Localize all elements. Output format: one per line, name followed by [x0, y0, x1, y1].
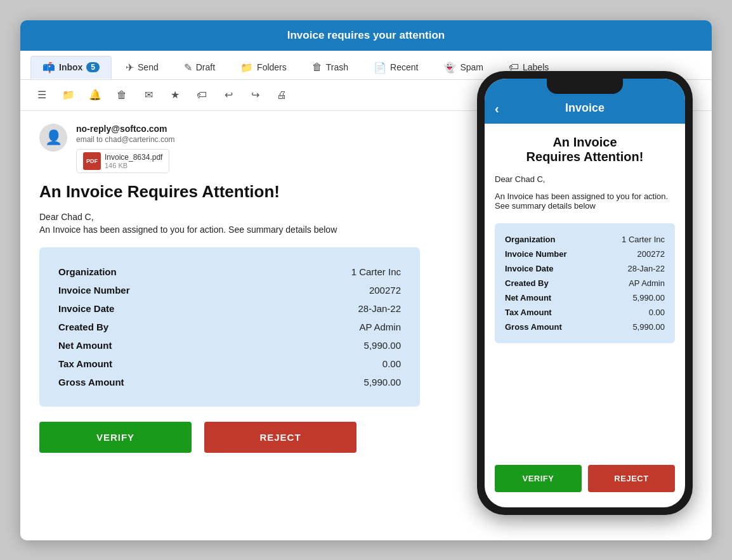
reply-button[interactable]: ↩	[219, 86, 237, 104]
phone-reject-button[interactable]: REJECT	[588, 465, 675, 492]
reject-button[interactable]: REJECT	[204, 422, 356, 453]
attachment[interactable]: PDF Invoice_8634.pdf 146 KB	[76, 149, 169, 173]
phone-invoice-label: Invoice Number	[505, 249, 567, 259]
invoice-value: 5,990.00	[364, 377, 401, 387]
tab-draft-label: Draft	[196, 62, 215, 72]
phone-invoice-row: Invoice Date28-Jan-22	[505, 261, 665, 276]
invoice-value: 0.00	[382, 358, 401, 369]
tab-trash-label: Trash	[326, 62, 348, 72]
phone-invoice-value: 200272	[637, 249, 665, 259]
phone-intro: An Invoice has been assigned to you for …	[495, 192, 675, 211]
invoice-value: AP Admin	[359, 322, 401, 332]
invoice-label: Invoice Date	[58, 303, 114, 314]
invoice-value: 1 Carter Inc	[351, 266, 401, 277]
phone-screen: ‹ Invoice An Invoice Requires Attention!…	[485, 79, 685, 507]
send-icon: ✈	[126, 62, 134, 74]
email-button[interactable]: ✉	[140, 86, 157, 104]
email-window: Invoice requires your attention 📫 Inbox …	[20, 20, 712, 540]
title-bar: Invoice requires your attention	[20, 20, 712, 51]
inbox-icon: 📫	[42, 62, 55, 74]
print-button[interactable]: 🖨	[273, 86, 291, 104]
open-button[interactable]: 📁	[60, 86, 77, 104]
phone-invoice-value: 5,990.00	[632, 322, 665, 332]
phone-invoice-row: Net Amount5,990.00	[505, 290, 665, 305]
invoice-row: Gross Amount5,990.00	[58, 373, 401, 391]
phone-invoice-label: Gross Amount	[505, 322, 562, 332]
tab-recent-label: Recent	[390, 62, 418, 72]
attachment-size: 146 KB	[105, 162, 162, 169]
phone-invoice-label: Net Amount	[505, 293, 551, 303]
invoice-label: Organization	[58, 266, 117, 277]
phone-invoice-row: Invoice Number200272	[505, 247, 665, 261]
invoice-row: Created ByAP Admin	[58, 318, 401, 336]
tab-inbox-label: Inbox	[59, 62, 82, 72]
invoice-row: Invoice Number200272	[58, 281, 401, 299]
phone-invoice-row: Organization1 Carter Inc	[505, 232, 665, 247]
tab-send[interactable]: ✈ Send	[114, 56, 170, 79]
phone-buttons: VERIFY REJECT	[485, 456, 685, 507]
sender-email: no-reply@softco.com	[76, 124, 175, 134]
recent-icon: 📄	[374, 62, 386, 74]
tab-spam[interactable]: 👻 Spam	[432, 56, 495, 79]
draft-icon: ✎	[184, 62, 192, 74]
phone-invoice-value: 1 Carter Inc	[622, 235, 665, 244]
trash-icon: 🗑	[312, 62, 322, 73]
sender-to: email to chad@carterinc.com	[76, 135, 175, 144]
tab-folders[interactable]: 📁 Folders	[229, 56, 298, 79]
forward-button[interactable]: ↪	[246, 86, 264, 104]
attachment-name: Invoice_8634.pdf	[105, 153, 162, 162]
phone-invoice-value: 28-Jan-22	[627, 264, 665, 273]
tab-trash[interactable]: 🗑 Trash	[301, 56, 360, 78]
invoice-value: 200272	[369, 285, 401, 296]
tag-button[interactable]: 🏷	[193, 86, 211, 104]
invoice-row: Tax Amount0.00	[58, 355, 401, 373]
invoice-label: Gross Amount	[58, 377, 124, 387]
phone-invoice-row: Created ByAP Admin	[505, 276, 665, 290]
phone-invoice-row: Gross Amount5,990.00	[505, 320, 665, 334]
phone-invoice-label: Created By	[505, 278, 549, 288]
menu-button[interactable]: ☰	[33, 86, 51, 104]
invoice-value: 28-Jan-22	[358, 303, 401, 314]
phone-verify-button[interactable]: VERIFY	[495, 465, 582, 492]
phone-notch	[547, 79, 623, 94]
verify-button[interactable]: VERIFY	[39, 422, 192, 453]
spam-icon: 👻	[443, 62, 456, 74]
phone-invoice-label: Invoice Date	[505, 264, 554, 273]
phone-invoice-label: Organization	[505, 235, 555, 244]
notification-button[interactable]: 🔔	[86, 86, 104, 104]
avatar: 👤	[39, 124, 67, 152]
window-title: Invoice requires your attention	[287, 29, 445, 41]
tab-send-label: Send	[138, 62, 159, 72]
tab-folders-label: Folders	[257, 62, 287, 72]
phone-invoice-value: 0.00	[649, 308, 665, 317]
phone-invoice-row: Tax Amount0.00	[505, 305, 665, 320]
phone-invoice-value: 5,990.00	[632, 293, 665, 303]
pdf-icon: PDF	[83, 152, 101, 170]
invoice-table: Organization1 Carter IncInvoice Number20…	[39, 247, 420, 407]
tab-recent[interactable]: 📄 Recent	[362, 56, 429, 79]
invoice-label: Created By	[58, 322, 108, 332]
sender-info: no-reply@softco.com email to chad@carter…	[76, 124, 175, 173]
phone-invoice-table: Organization1 Carter IncInvoice Number20…	[495, 223, 675, 343]
inbox-badge: 5	[86, 62, 100, 72]
delete-button[interactable]: 🗑	[113, 86, 131, 104]
invoice-value: 5,990.00	[364, 340, 401, 351]
phone-mockup: ‹ Invoice An Invoice Requires Attention!…	[477, 71, 693, 515]
invoice-row: Organization1 Carter Inc	[58, 263, 401, 281]
star-button[interactable]: ★	[166, 86, 184, 104]
invoice-label: Net Amount	[58, 340, 112, 351]
attachment-info: Invoice_8634.pdf 146 KB	[105, 153, 162, 169]
phone-back-button[interactable]: ‹	[495, 101, 499, 116]
phone-greeting: Dear Chad C,	[495, 174, 675, 184]
tab-spam-label: Spam	[460, 62, 483, 72]
phone-invoice-value: AP Admin	[629, 278, 665, 288]
tab-draft[interactable]: ✎ Draft	[173, 56, 226, 79]
folders-icon: 📁	[240, 62, 253, 74]
invoice-label: Tax Amount	[58, 358, 112, 369]
tab-inbox[interactable]: 📫 Inbox 5	[30, 56, 112, 79]
invoice-row: Invoice Date28-Jan-22	[58, 299, 401, 318]
invoice-row: Net Amount5,990.00	[58, 336, 401, 355]
phone-body: An Invoice Requires Attention! Dear Chad…	[485, 124, 685, 456]
phone-invoice-label: Tax Amount	[505, 308, 552, 317]
invoice-label: Invoice Number	[58, 285, 130, 296]
